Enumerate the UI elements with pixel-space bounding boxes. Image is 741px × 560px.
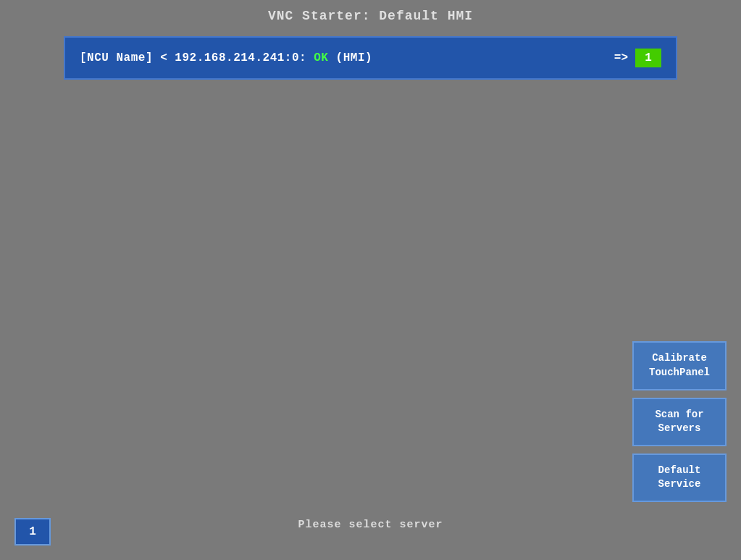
server-number-badge: 1 (635, 49, 661, 67)
separator: < (160, 51, 175, 64)
scan-for-servers-button[interactable]: Scan for Servers (632, 398, 727, 446)
right-buttons-panel: Calibrate TouchPanel Scan for Servers De… (632, 341, 727, 502)
server-row-info: [NCU Name] < 192.168.214.241:0: OK (HMI) (80, 51, 614, 64)
hmi-label: (HMI) (336, 51, 373, 64)
server-row: [NCU Name] < 192.168.214.241:0: OK (HMI)… (64, 36, 677, 80)
calibrate-touchpanel-button[interactable]: Calibrate TouchPanel (632, 341, 727, 390)
page-title: VNC Starter: Default HMI (0, 0, 741, 30)
status-text: Please select server (298, 519, 443, 531)
bottom-left-badge: 1 (14, 518, 51, 546)
default-service-button[interactable]: Default Service (632, 454, 727, 502)
ncu-label: [NCU Name] (80, 51, 153, 64)
ip-address: 192.168.214.241:0: (175, 51, 306, 64)
ok-status: OK (314, 51, 328, 64)
arrow: => (614, 51, 628, 64)
